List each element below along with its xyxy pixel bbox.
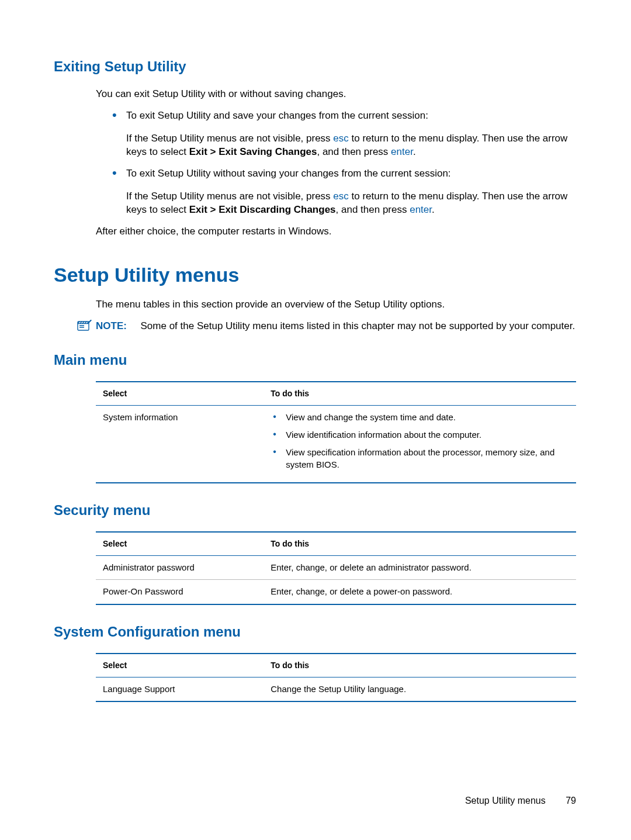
col-select-header: Select — [103, 660, 271, 671]
footer-page-number: 79 — [566, 796, 576, 806]
cell-select: System information — [103, 412, 271, 476]
list-item: View and change the system time and date… — [271, 412, 569, 423]
exit-discard-path: Exit > Exit Discarding Changes — [189, 204, 336, 215]
table-row: System information View and change the s… — [96, 406, 576, 482]
exiting-after: After either choice, the computer restar… — [96, 225, 576, 238]
footer-section: Setup Utility menus — [465, 796, 546, 806]
menus-intro: The menu tables in this section provide … — [96, 298, 576, 312]
cell-todo: Enter, change, or delete a power-on pass… — [271, 586, 569, 597]
cell-todo: View and change the system time and date… — [271, 412, 569, 476]
note-block: NOTE: Some of the Setup Utility menu ite… — [54, 320, 576, 333]
menus-intro-wrap: The menu tables in this section provide … — [54, 298, 576, 312]
table-row: Power-On Password Enter, change, or dele… — [96, 579, 576, 603]
sysconfig-menu-table: Select To do this Language Support Chang… — [96, 653, 576, 702]
exit-discard-lead: To exit Setup Utility without saving you… — [126, 168, 451, 179]
col-todo-header: To do this — [271, 660, 569, 671]
note-text: Some of the Setup Utility menu items lis… — [141, 320, 575, 331]
esc-key: esc — [333, 133, 348, 144]
heading-main-menu: Main menu — [54, 351, 576, 369]
table-header-row: Select To do this — [96, 382, 576, 406]
table-header-row: Select To do this — [96, 654, 576, 677]
note-label: NOTE: — [96, 320, 127, 331]
exiting-bullets: To exit Setup Utility and save your chan… — [96, 109, 576, 217]
heading-setup-menus: Setup Utility menus — [54, 262, 576, 289]
heading-exiting: Exiting Setup Utility — [54, 57, 576, 76]
enter-key: enter — [391, 146, 413, 157]
cell-select: Language Support — [103, 683, 271, 695]
col-select-header: Select — [103, 388, 271, 399]
esc-key: esc — [333, 191, 348, 202]
table-row: Administrator password Enter, change, or… — [96, 556, 576, 579]
exit-save-lead: To exit Setup Utility and save your chan… — [126, 110, 428, 121]
exit-save-detail: If the Setup Utility menus are not visib… — [126, 132, 576, 159]
exiting-intro: You can exit Setup Utility with or witho… — [96, 88, 576, 101]
col-todo-header: To do this — [271, 538, 569, 549]
exit-discard-item: To exit Setup Utility without saving you… — [112, 167, 576, 217]
cell-todo: Change the Setup Utility language. — [271, 683, 569, 695]
heading-security-menu: Security menu — [54, 501, 576, 520]
page-footer: Setup Utility menus 79 — [465, 794, 576, 807]
exiting-body: You can exit Setup Utility with or witho… — [54, 88, 576, 238]
security-menu-table: Select To do this Administrator password… — [96, 531, 576, 604]
list-item: View specification information about the… — [271, 447, 569, 471]
col-select-header: Select — [103, 538, 271, 549]
note-sep — [130, 320, 138, 331]
exit-discard-detail: If the Setup Utility menus are not visib… — [126, 190, 576, 217]
table-header-row: Select To do this — [96, 533, 576, 556]
list-item: View identification information about th… — [271, 429, 569, 441]
enter-key: enter — [410, 204, 432, 215]
sysinfo-list: View and change the system time and date… — [271, 412, 569, 471]
cell-todo: Enter, change, or delete an administrato… — [271, 562, 569, 573]
main-menu-table: Select To do this System information Vie… — [96, 381, 576, 483]
table-row: Language Support Change the Setup Utilit… — [96, 677, 576, 701]
exit-save-item: To exit Setup Utility and save your chan… — [112, 109, 576, 159]
cell-select: Administrator password — [103, 562, 271, 573]
col-todo-header: To do this — [271, 388, 569, 399]
heading-sysconfig-menu: System Configuration menu — [54, 623, 576, 641]
note-icon — [77, 320, 92, 333]
cell-select: Power-On Password — [103, 586, 271, 597]
exit-save-path: Exit > Exit Saving Changes — [189, 146, 317, 157]
